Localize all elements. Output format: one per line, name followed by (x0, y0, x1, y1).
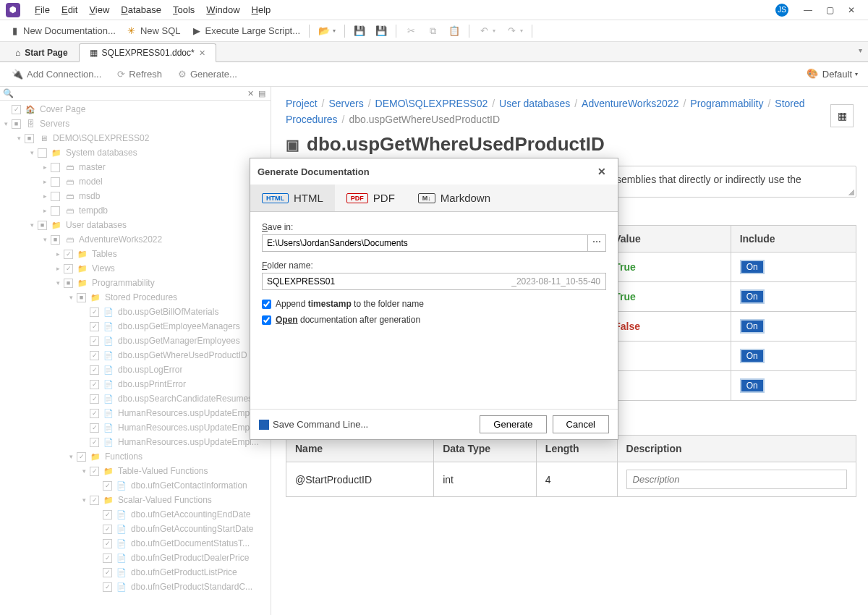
tree-node[interactable]: ✓📄HumanResources.uspUpdateEmpl... (0, 420, 271, 435)
menu-tools[interactable]: Tools (167, 3, 200, 17)
breadcrumb-link[interactable]: Project (286, 98, 318, 109)
expand-icon[interactable]: ▸ (41, 207, 49, 214)
expand-icon[interactable]: ▸ (41, 178, 49, 185)
tree-node[interactable]: ✓📄dbo.ufnGetAccountingStartDate (0, 522, 271, 536)
tree-node[interactable]: ▾■📁User databases (0, 218, 271, 232)
new-sql-button[interactable]: ✳New SQL (122, 23, 185, 39)
checkbox[interactable]: ✓ (90, 336, 99, 346)
expand-icon[interactable]: ▸ (54, 265, 62, 272)
checkbox[interactable]: ✓ (103, 481, 112, 491)
expand-icon[interactable]: ▾ (1, 120, 10, 127)
tree-node[interactable]: ✓📄HumanResources.uspUpdateEmpl... (0, 435, 271, 449)
tab-pdf[interactable]: PDFPDF (335, 184, 407, 211)
tree-node[interactable]: ▸🗃msdb (0, 189, 271, 203)
open-button[interactable]: 📂▾ (314, 23, 340, 39)
expand-icon[interactable]: ▾ (67, 453, 75, 460)
checkbox[interactable]: ✓ (90, 380, 99, 389)
tree-node[interactable]: ▸🗃model (0, 174, 271, 189)
expand-icon[interactable]: ▾ (80, 467, 88, 475)
redo-button[interactable]: ↷▾ (501, 23, 527, 39)
tree-node[interactable]: ✓🏠Cover Page (0, 102, 271, 116)
expand-icon[interactable]: ▾ (14, 135, 23, 142)
expand-icon[interactable]: ▾ (27, 221, 36, 229)
copy-button[interactable]: ⧉ (422, 23, 443, 39)
generate-button[interactable]: ⚙Generate... (172, 66, 243, 82)
checkbox[interactable]: ✓ (64, 250, 73, 259)
tree-node[interactable]: ✓📄dbo.ufnGetProductStandardC... (0, 580, 271, 594)
tree-node[interactable]: ▾■📁Stored Procedures (0, 290, 271, 305)
new-documentation-button[interactable]: ▮New Documentation... (4, 23, 120, 39)
undo-button[interactable]: ↶▾ (474, 23, 500, 39)
tree-node[interactable]: ✓📄dbo.uspGetEmployeeManagers (0, 319, 271, 334)
checkbox[interactable] (51, 206, 60, 216)
tab-html[interactable]: HTMLHTML (250, 184, 335, 211)
menu-view[interactable]: View (83, 3, 115, 17)
menu-file[interactable]: File (29, 3, 56, 17)
menu-edit[interactable]: Edit (56, 3, 83, 17)
checkbox[interactable]: ✓ (103, 554, 112, 563)
tree-node[interactable]: ✓📄dbo.uspGetWhereUsedProductID (0, 348, 271, 362)
user-badge[interactable]: JS (775, 4, 788, 17)
save-all-button[interactable]: 💾 (371, 23, 391, 39)
tree-node[interactable]: ✓📄HumanResources.uspUpdateEmpl... (0, 406, 271, 420)
checkbox[interactable]: ■ (12, 119, 21, 129)
breadcrumb-link[interactable]: AdventureWorks2022 (582, 98, 678, 109)
tree-node[interactable]: ▸✓📁Tables (0, 247, 271, 261)
checkbox[interactable]: ✓ (90, 308, 99, 317)
tree-node[interactable]: ✓📄dbo.uspSearchCandidateResumes (0, 391, 271, 406)
save-command-line-button[interactable]: Save Command Line... (259, 419, 368, 430)
checkbox[interactable]: ✓ (103, 539, 112, 548)
save-button[interactable]: 💾 (349, 23, 370, 39)
tabs-chevron-icon[interactable]: ▾ (859, 46, 862, 54)
checkbox[interactable]: ■ (64, 279, 73, 288)
expand-icon[interactable]: ▸ (41, 192, 49, 200)
breadcrumb-link[interactable]: Servers (328, 98, 363, 109)
folder-name-input[interactable] (262, 273, 606, 290)
clear-search-icon[interactable]: ✕ (244, 89, 256, 98)
checkbox[interactable]: ✓ (103, 510, 112, 519)
checkbox[interactable]: ✓ (103, 568, 112, 577)
checkbox[interactable]: ✓ (90, 365, 99, 375)
save-in-input[interactable] (262, 234, 588, 252)
tab-document[interactable]: ▦SQLEXPRESS01.ddoc*✕ (79, 43, 216, 62)
open-after-checkbox[interactable]: Open documentation after generation (262, 315, 606, 325)
checkbox[interactable]: ✓ (90, 409, 99, 418)
maximize-button[interactable]: ▢ (819, 3, 841, 17)
include-toggle[interactable]: On (740, 260, 765, 274)
include-toggle[interactable]: On (740, 289, 765, 304)
checkbox[interactable]: ✓ (12, 105, 21, 114)
tree-node[interactable]: ▾■🖥DEMO\SQLEXPRESS02 (0, 131, 271, 145)
minimize-button[interactable]: — (797, 3, 819, 17)
tree-node[interactable]: ✓📄dbo.ufnGetDocumentStatusT... (0, 536, 271, 551)
breadcrumb-link[interactable]: Programmability (690, 98, 763, 109)
expand-icon[interactable]: ▾ (41, 236, 49, 243)
tree-node[interactable]: ▾■🗃AdventureWorks2022 (0, 232, 271, 247)
checkbox[interactable]: ✓ (64, 264, 73, 273)
checkbox[interactable]: ✓ (90, 467, 99, 476)
tree-node[interactable]: ▾✓📁Scalar-Valued Functions (0, 493, 271, 507)
append-timestamp-checkbox[interactable]: Append timestamp to the folder name (262, 299, 606, 309)
checkbox[interactable]: ✓ (90, 394, 99, 404)
checkbox[interactable]: ✓ (90, 423, 99, 433)
expand-icon[interactable]: ▾ (80, 496, 88, 504)
object-tree[interactable]: ✓🏠Cover Page▾■🗄Servers▾■🖥DEMO\SQLEXPRESS… (0, 101, 271, 615)
param-desc-input[interactable] (626, 470, 847, 489)
checkbox[interactable]: ✓ (103, 525, 112, 534)
include-toggle[interactable]: On (740, 319, 765, 334)
expand-icon[interactable]: ▸ (54, 250, 62, 258)
tab-start-page[interactable]: ⌂Start Page (4, 43, 79, 62)
tree-node[interactable]: ▾📁System databases (0, 145, 271, 160)
tree-node[interactable]: ▸🗃tempdb (0, 203, 271, 218)
tab-markdown[interactable]: M↓Markdown (407, 184, 502, 211)
checkbox[interactable]: ✓ (90, 322, 99, 331)
checkbox[interactable] (51, 192, 60, 201)
refresh-button[interactable]: ⟳Refresh (111, 66, 168, 82)
cancel-button[interactable]: Cancel (553, 415, 609, 433)
expand-icon[interactable]: ▸ (41, 164, 49, 171)
tree-node[interactable]: ✓📄dbo.ufnGetAccountingEndDate (0, 507, 271, 522)
checkbox[interactable]: ✓ (90, 496, 99, 505)
tree-node[interactable]: ✓📄dbo.ufnGetProductListPrice (0, 565, 271, 580)
tree-node[interactable]: ▾■📁Programmability (0, 276, 271, 290)
checkbox[interactable] (38, 148, 47, 158)
tree-node[interactable]: ✓📄dbo.uspGetBillOfMaterials (0, 305, 271, 319)
